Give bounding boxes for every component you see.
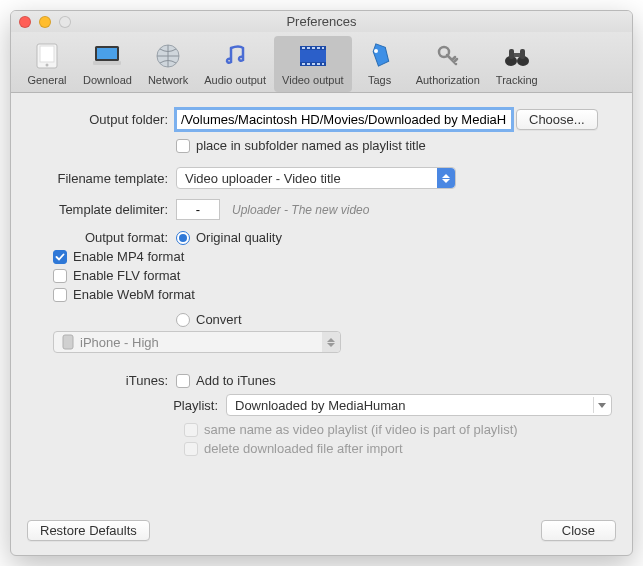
device-icon — [62, 334, 74, 350]
network-icon — [152, 40, 184, 72]
same-name-label: same name as video playlist (if video is… — [204, 422, 518, 437]
checkbox-box — [176, 139, 190, 153]
itunes-label: iTunes: — [31, 373, 176, 388]
svg-rect-10 — [302, 47, 305, 49]
convert-preset-select[interactable]: iPhone - High — [53, 331, 341, 353]
tab-tracking[interactable]: Tracking — [488, 36, 546, 92]
download-icon — [91, 40, 123, 72]
enable-mp4-label: Enable MP4 format — [73, 249, 184, 264]
enable-flv-label: Enable FLV format — [73, 268, 180, 283]
tab-download[interactable]: Download — [75, 36, 140, 92]
chevron-up-down-icon — [437, 168, 455, 188]
radio-convert[interactable]: Convert — [176, 312, 242, 327]
playlist-label: Playlist: — [31, 398, 226, 413]
output-folder-label: Output folder: — [31, 112, 176, 127]
enable-webm-checkbox[interactable]: Enable WebM format — [53, 287, 612, 302]
traffic-lights — [19, 16, 71, 28]
checkbox-box — [53, 269, 67, 283]
filename-template-label: Filename template: — [31, 171, 176, 186]
video-icon — [297, 40, 329, 72]
tab-label: Tracking — [496, 74, 538, 86]
tab-network[interactable]: Network — [140, 36, 196, 92]
subfolder-checkbox-label: place in subfolder named as playlist tit… — [196, 138, 426, 153]
same-name-checkbox: same name as video playlist (if video is… — [184, 422, 612, 437]
svg-rect-14 — [322, 47, 324, 49]
svg-rect-15 — [302, 63, 305, 65]
content-pane: Output folder: Choose... place in subfol… — [11, 93, 632, 510]
tab-label: Network — [148, 74, 188, 86]
svg-point-20 — [374, 49, 378, 53]
titlebar: Preferences — [11, 11, 632, 32]
toolbar: General Download Network Audio output — [11, 32, 632, 93]
general-icon — [31, 40, 63, 72]
svg-point-1 — [46, 64, 49, 67]
tab-label: Audio output — [204, 74, 266, 86]
tab-label: Download — [83, 74, 132, 86]
svg-rect-26 — [514, 53, 520, 57]
tab-general[interactable]: General — [19, 36, 75, 92]
footer: Restore Defaults Close — [11, 510, 632, 555]
tag-icon — [364, 40, 396, 72]
svg-rect-25 — [520, 49, 525, 59]
svg-rect-11 — [307, 47, 310, 49]
output-folder-input[interactable] — [176, 109, 512, 130]
delete-after-import-label: delete downloaded file after import — [204, 441, 403, 456]
zoom-window-button[interactable] — [59, 16, 71, 28]
delimiter-hint: Uploader - The new video — [232, 203, 369, 217]
checkbox-box — [53, 250, 67, 264]
delete-after-import-checkbox: delete downloaded file after import — [184, 441, 612, 456]
choose-folder-button[interactable]: Choose... — [516, 109, 598, 130]
radio-dot — [176, 231, 190, 245]
tab-tags[interactable]: Tags — [352, 36, 408, 92]
playlist-combobox[interactable]: Downloaded by MediaHuman — [226, 394, 612, 416]
checkbox-box — [53, 288, 67, 302]
tab-label: Authorization — [416, 74, 480, 86]
svg-rect-19 — [322, 63, 324, 65]
svg-rect-27 — [63, 335, 73, 349]
close-button[interactable]: Close — [541, 520, 616, 541]
enable-mp4-checkbox[interactable]: Enable MP4 format — [53, 249, 612, 264]
key-icon — [432, 40, 464, 72]
output-format-label: Output format: — [31, 230, 176, 245]
minimize-window-button[interactable] — [39, 16, 51, 28]
convert-preset-value: iPhone - High — [80, 335, 159, 350]
enable-flv-checkbox[interactable]: Enable FLV format — [53, 268, 612, 283]
filename-template-value: Video uploader - Video title — [185, 171, 341, 186]
checkbox-box — [176, 374, 190, 388]
tab-label: Video output — [282, 74, 344, 86]
svg-rect-13 — [317, 47, 320, 49]
preferences-window: Preferences General Download Network — [10, 10, 633, 556]
tab-authorization[interactable]: Authorization — [408, 36, 488, 92]
add-to-itunes-checkbox[interactable]: Add to iTunes — [176, 373, 276, 388]
svg-rect-4 — [97, 48, 117, 59]
audio-icon — [219, 40, 251, 72]
filename-template-select[interactable]: Video uploader - Video title — [176, 167, 456, 189]
tab-label: General — [27, 74, 66, 86]
svg-rect-12 — [312, 47, 315, 49]
add-to-itunes-label: Add to iTunes — [196, 373, 276, 388]
tab-audio-output[interactable]: Audio output — [196, 36, 274, 92]
window-title: Preferences — [11, 14, 632, 29]
restore-defaults-button[interactable]: Restore Defaults — [27, 520, 150, 541]
svg-rect-16 — [307, 63, 310, 65]
template-delimiter-label: Template delimiter: — [31, 202, 176, 217]
svg-rect-24 — [509, 49, 514, 59]
radio-original-label: Original quality — [196, 230, 282, 245]
subfolder-checkbox[interactable]: place in subfolder named as playlist tit… — [176, 138, 426, 153]
svg-rect-17 — [312, 63, 315, 65]
close-window-button[interactable] — [19, 16, 31, 28]
template-delimiter-input[interactable] — [176, 199, 220, 220]
playlist-value: Downloaded by MediaHuman — [235, 398, 406, 413]
chevron-down-icon — [593, 397, 609, 413]
tab-label: Tags — [368, 74, 391, 86]
binoculars-icon — [501, 40, 533, 72]
checkbox-box — [184, 442, 198, 456]
checkbox-box — [184, 423, 198, 437]
radio-original-quality[interactable]: Original quality — [176, 230, 282, 245]
svg-rect-2 — [40, 46, 54, 62]
svg-rect-5 — [93, 61, 121, 65]
enable-webm-label: Enable WebM format — [73, 287, 195, 302]
radio-dot — [176, 313, 190, 327]
radio-convert-label: Convert — [196, 312, 242, 327]
tab-video-output[interactable]: Video output — [274, 36, 352, 92]
